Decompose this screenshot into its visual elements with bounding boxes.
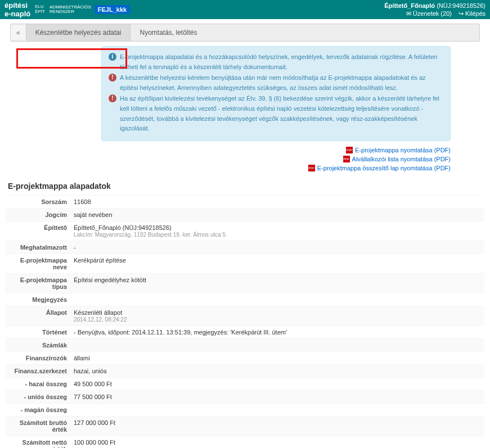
pdf-icon xyxy=(308,165,315,171)
info-text-2: A készenlétbe helyezési kérelem benyújtá… xyxy=(120,73,443,93)
value-neve: Kerékpárút építése xyxy=(70,254,484,273)
logout-link[interactable]: Kilépés xyxy=(458,10,485,17)
header-user-block: Építtető_Főnapló (NÜJ:949218526) Üzenete… xyxy=(384,2,485,17)
value-epitteto: Építtető_Főnapló (NÜJ:949218526)Lakcím: … xyxy=(70,221,484,241)
pdf-icon xyxy=(343,156,350,162)
logout-icon xyxy=(458,10,465,17)
tab-bar: « Készenlétbe helyezés adatai Nyomtatás,… xyxy=(10,24,480,42)
value-epitteto-sub: Lakcím: Magyarország, 1192 Budapest 19. … xyxy=(74,232,226,238)
value-brutto: 127 000 000 Ft xyxy=(70,417,484,436)
data-table: Sorszám11608 Jogcímsaját nevében Építtet… xyxy=(6,195,484,448)
label-megj: Megjegyzés xyxy=(6,293,70,306)
user-nuj: (NÜJ:949218526) xyxy=(437,2,485,9)
label-tipus: E-projektmappa típus xyxy=(6,274,70,293)
label-epitteto: Építtető xyxy=(6,221,70,241)
label-brutto: Számított bruttó érték xyxy=(6,417,70,436)
tab-collapse-button[interactable]: « xyxy=(11,25,26,40)
pdf-icon xyxy=(346,147,353,153)
logo-line2: e-napló xyxy=(5,10,30,18)
section-title: E-projektmappa alapadatok xyxy=(8,182,482,191)
print-links: E-projektmappa nyomtatása (PDF) Alvállal… xyxy=(101,147,451,173)
value-sorszam: 11608 xyxy=(70,196,484,208)
value-szamlak xyxy=(70,339,484,351)
value-tortenet: - Benyújtva, időpont: 2014.12.11. 13:51:… xyxy=(70,326,484,338)
label-sorszam: Sorszám xyxy=(6,196,70,208)
info-icon: i xyxy=(109,53,116,61)
label-allapot: Állapot xyxy=(6,306,70,325)
admin-text: ADMINISZTRÁCIÓS RENDSZER xyxy=(50,5,91,14)
value-meghat: - xyxy=(70,241,484,254)
print-alvallalkozoi-link[interactable]: Alvállalkozói lista nyomtatása (PDF) xyxy=(343,156,451,162)
label-meghat: Meghatalmazott xyxy=(6,241,70,254)
messages-link[interactable]: Üzenetek (20) xyxy=(406,10,452,17)
label-neve: E-projektmappa neve xyxy=(6,254,70,273)
tab-nyomtatas[interactable]: Nyomtatás, letöltés xyxy=(131,24,206,41)
label-finansz: Finanszírozók xyxy=(6,352,70,364)
mail-icon xyxy=(406,10,413,17)
value-unios: 77 500 000 Ft xyxy=(70,391,484,403)
warn-icon: ! xyxy=(109,94,116,102)
value-netto: 100 000 000 Ft xyxy=(70,436,484,448)
warn-icon: ! xyxy=(109,74,116,82)
value-jogcim: saját nevében xyxy=(70,209,484,221)
app-header: építési e-napló ELU ÉPÍT ADMINISZTRÁCIÓS… xyxy=(0,0,490,19)
info-text-3: Ha az építőipari kivitelezési tevékenysé… xyxy=(120,94,443,133)
tab-keszenlet[interactable]: Készenlétbe helyezés adatai xyxy=(26,24,131,41)
elu-badge: ELU ÉPÍT xyxy=(34,4,46,15)
label-unios: - uniós összeg xyxy=(6,391,70,403)
label-hazai: - hazai összeg xyxy=(6,378,70,390)
info-box: iE-projektmappa alapadatai és a hozzákap… xyxy=(101,46,451,141)
value-allapot-sub: 2014.12.12. 08:24:22 xyxy=(74,316,127,323)
label-magan: - magán összeg xyxy=(6,404,70,416)
value-finansz: állami xyxy=(70,352,484,364)
env-badge: FEJL_kkk xyxy=(95,5,130,14)
label-jogcim: Jogcím xyxy=(6,209,70,221)
value-tipus: Építési engedélyhez kötött xyxy=(70,274,484,293)
value-megj xyxy=(70,293,484,306)
label-netto: Számított nettó érték xyxy=(6,436,70,448)
label-szamlak: Számlák xyxy=(6,339,70,351)
value-fszerk: hazai, uniós xyxy=(70,365,484,377)
value-hazai: 49 500 000 Ft xyxy=(70,378,484,390)
print-osszesito-link[interactable]: E-projektmappa összesítő lap nyomtatása … xyxy=(308,165,451,171)
user-name: Építtető_Főnapló xyxy=(384,2,435,9)
logo-line1: építési xyxy=(5,1,30,10)
value-allapot: Készenléti állapot2014.12.12. 08:24:22 xyxy=(70,306,484,325)
label-tortenet: Történet xyxy=(6,326,70,338)
app-logo: építési e-napló ELU ÉPÍT ADMINISZTRÁCIÓS… xyxy=(5,1,91,18)
label-fszerk: Finansz.szerkezet xyxy=(6,365,70,377)
info-text-1: E-projektmappa alapadatai és a hozzákapc… xyxy=(120,52,443,72)
value-magan xyxy=(70,404,484,416)
print-projektmappa-link[interactable]: E-projektmappa nyomtatása (PDF) xyxy=(346,147,451,153)
